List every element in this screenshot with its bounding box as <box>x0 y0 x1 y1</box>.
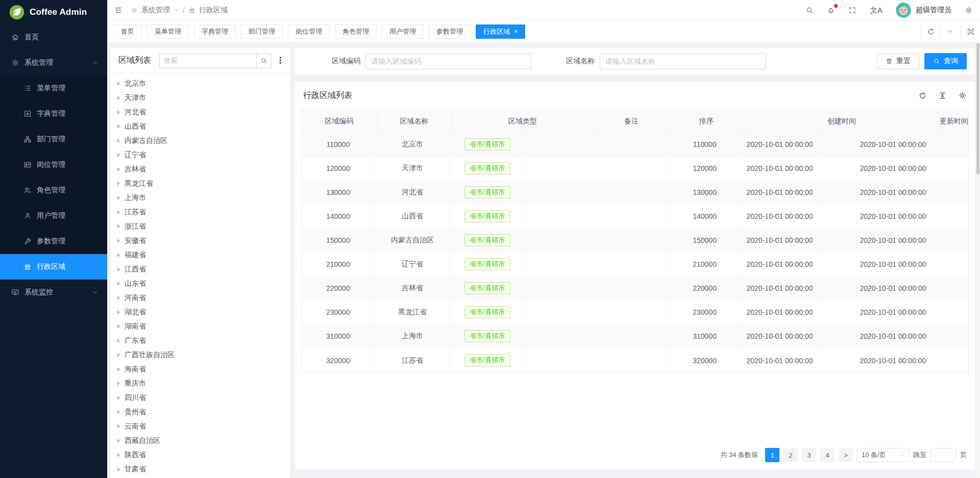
tab[interactable]: 用户管理 × <box>382 24 424 39</box>
tree-node[interactable]: 湖北省 <box>110 305 290 319</box>
sidebar-item-dept-mgmt[interactable]: 部门管理 <box>0 127 107 152</box>
sidebar-item-admin-region[interactable]: 行政区域 <box>0 254 107 280</box>
notifications-button[interactable] <box>827 6 835 14</box>
caret-right-icon[interactable] <box>117 424 120 429</box>
tree-node[interactable]: 福建省 <box>110 248 290 262</box>
row-density-icon[interactable] <box>938 91 947 100</box>
table-row[interactable]: 210000 辽宁省 省市/直辖市 210000 2020-10-01 00:0… <box>302 253 968 276</box>
sidebar-item-param-mgmt[interactable]: 参数管理 <box>0 229 107 254</box>
page-size-select[interactable]: 10 条/页 <box>857 448 909 462</box>
tab[interactable]: 岗位管理 × <box>288 24 330 39</box>
caret-right-icon[interactable] <box>117 396 120 400</box>
tree-node[interactable]: 北京市 <box>110 77 290 91</box>
tree-node[interactable]: 重庆市 <box>110 376 290 391</box>
caret-right-icon[interactable] <box>117 82 120 86</box>
table-row[interactable]: 310000 上海市 省市/直辖市 310000 2020-10-01 00:0… <box>302 324 968 348</box>
table-row[interactable]: 110000 北京市 省市/直辖市 110000 2020-10-01 00:0… <box>302 133 968 157</box>
caret-right-icon[interactable] <box>117 410 120 414</box>
region-code-input[interactable] <box>365 53 531 69</box>
next-page-button[interactable]: > <box>839 448 853 462</box>
query-button[interactable]: 查询 <box>924 53 967 69</box>
tree-node[interactable]: 河北省 <box>110 105 290 119</box>
fullscreen-button[interactable] <box>848 6 856 14</box>
tree-node[interactable]: 安徽省 <box>110 234 290 248</box>
reset-button[interactable]: 重置 <box>877 53 919 69</box>
user-menu[interactable]: 超级管理员 <box>896 3 951 18</box>
sidebar-item-menu-mgmt[interactable]: 菜单管理 <box>0 76 107 101</box>
jump-page-input[interactable] <box>930 448 956 462</box>
table-row[interactable]: 130000 河北省 省市/直辖市 130000 2020-10-01 00:0… <box>302 181 968 205</box>
caret-right-icon[interactable] <box>117 367 120 371</box>
caret-right-icon[interactable] <box>117 196 120 200</box>
tree-node[interactable]: 江西省 <box>110 262 290 276</box>
tree-node[interactable]: 山东省 <box>110 276 290 291</box>
page-number-button[interactable]: 3 <box>802 448 816 462</box>
caret-right-icon[interactable] <box>117 253 120 257</box>
caret-right-icon[interactable] <box>117 296 120 300</box>
sidebar-group-monitor[interactable]: 系统监控 <box>0 280 107 305</box>
tab[interactable]: 首页 × <box>113 24 142 39</box>
tab[interactable]: 部门管理 × <box>241 24 283 39</box>
caret-right-icon[interactable] <box>117 310 120 314</box>
refresh-icon[interactable] <box>918 91 927 100</box>
table-row[interactable]: 320000 江苏省 省市/直辖市 320000 2020-10-01 00:0… <box>302 348 968 372</box>
tree-node[interactable]: 河南省 <box>110 291 290 305</box>
caret-right-icon[interactable] <box>117 324 120 329</box>
tab-options-button[interactable] <box>940 20 960 42</box>
table-row[interactable]: 120000 天津市 省市/直辖市 120000 2020-10-01 00:0… <box>302 157 968 181</box>
table-row[interactable]: 220000 吉林省 省市/直辖市 220000 2020-10-01 00:0… <box>302 276 968 300</box>
page-scrollbar[interactable] <box>976 43 980 478</box>
tree-node[interactable]: 西藏自治区 <box>110 434 290 448</box>
table-row[interactable]: 140000 山西省 省市/直辖市 140000 2020-10-01 00:0… <box>302 205 968 229</box>
more-options-icon[interactable]: ⋮ <box>276 56 285 65</box>
tree-node[interactable]: 广东省 <box>110 334 290 348</box>
caret-right-icon[interactable] <box>117 153 120 157</box>
caret-right-icon[interactable] <box>117 382 120 386</box>
table-row[interactable]: 230000 黑龙江省 省市/直辖市 230000 2020-10-01 00:… <box>302 300 968 324</box>
tree-node[interactable]: 辽宁省 <box>110 148 290 162</box>
scrollbar-thumb[interactable] <box>976 43 979 174</box>
sidebar-item-post-mgmt[interactable]: 岗位管理 <box>0 152 107 178</box>
logo[interactable]: Coffee Admin <box>0 0 107 24</box>
tree-node[interactable]: 云南省 <box>110 419 290 434</box>
caret-right-icon[interactable] <box>117 267 120 271</box>
caret-right-icon[interactable] <box>117 239 120 243</box>
table-row[interactable]: 150000 内蒙古自治区 省市/直辖市 150000 2020-10-01 0… <box>302 229 968 253</box>
settings-button[interactable] <box>965 6 973 14</box>
sidebar-collapse-button[interactable] <box>114 6 122 14</box>
caret-right-icon[interactable] <box>117 110 120 114</box>
page-number-button[interactable]: 1 <box>765 448 779 462</box>
tree-node[interactable]: 天津市 <box>110 91 290 105</box>
caret-right-icon[interactable] <box>117 224 120 229</box>
tree-node[interactable]: 黑龙江省 <box>110 177 290 191</box>
caret-right-icon[interactable] <box>117 339 120 343</box>
tab[interactable]: 菜单管理 × <box>147 24 189 39</box>
tree-node[interactable]: 江苏省 <box>110 205 290 219</box>
tab[interactable]: 角色管理 × <box>335 24 377 39</box>
page-number-button[interactable]: 2 <box>783 448 798 462</box>
content-fullscreen-button[interactable] <box>961 20 980 42</box>
tree-search-button[interactable] <box>256 53 272 68</box>
tree-node[interactable]: 内蒙古自治区 <box>110 134 290 148</box>
caret-right-icon[interactable] <box>117 124 120 129</box>
refresh-tab-button[interactable] <box>921 20 940 42</box>
sidebar-item-role-mgmt[interactable]: 角色管理 <box>0 178 107 203</box>
sidebar-item-user-mgmt[interactable]: 用户管理 <box>0 203 107 229</box>
tree-node[interactable]: 上海市 <box>110 191 290 205</box>
tree-node[interactable]: 海南省 <box>110 362 290 376</box>
column-settings-icon[interactable] <box>958 91 967 100</box>
tree-search-input[interactable] <box>159 53 256 68</box>
caret-right-icon[interactable] <box>117 167 120 171</box>
sidebar-item-dict-mgmt[interactable]: 字典管理 <box>0 101 107 127</box>
region-name-input[interactable] <box>600 53 766 69</box>
tree-node[interactable]: 广西壮族自治区 <box>110 348 290 362</box>
language-button[interactable]: 文A <box>870 6 883 14</box>
tree-node[interactable]: 贵州省 <box>110 405 290 419</box>
sidebar-item-home[interactable]: 首页 <box>0 24 107 50</box>
caret-right-icon[interactable] <box>117 182 120 186</box>
caret-right-icon[interactable] <box>117 282 120 286</box>
caret-right-icon[interactable] <box>117 96 120 100</box>
tree-node[interactable]: 湖南省 <box>110 319 290 334</box>
caret-right-icon[interactable] <box>117 439 120 443</box>
search-button[interactable] <box>805 6 814 14</box>
